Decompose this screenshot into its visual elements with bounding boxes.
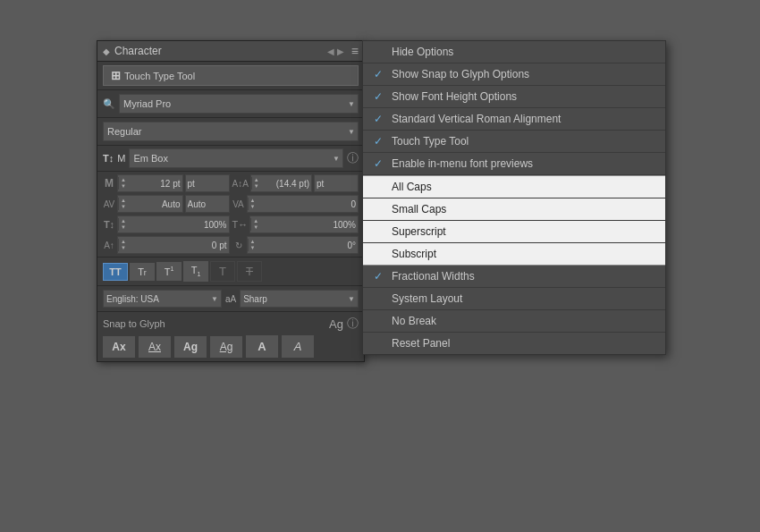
panel-title-left: ◆ Character xyxy=(103,45,162,57)
menu-item-font-height[interactable]: ✓ Show Font Height Options xyxy=(363,86,665,108)
font-size-input[interactable] xyxy=(128,179,182,189)
menu-item-fractional-widths[interactable]: ✓ Fractional Widths xyxy=(363,266,665,288)
rotate-up[interactable]: ▲ xyxy=(249,239,258,245)
kern-select[interactable]: Auto xyxy=(185,195,230,213)
vscale-input[interactable] xyxy=(260,220,358,230)
smallcaps-button[interactable]: Tr xyxy=(130,263,155,281)
language-select[interactable]: English: USA xyxy=(103,290,222,308)
menu-item-no-break[interactable]: No Break xyxy=(363,310,665,333)
menu-item-label: All Caps xyxy=(392,181,432,193)
menu-item-superscript[interactable]: Superscript xyxy=(363,221,665,243)
type-style-buttons: TT Tr T1 T1 T T xyxy=(97,258,364,286)
allcaps-button[interactable]: TT xyxy=(103,263,128,281)
snap-icon-4[interactable]: Ag xyxy=(210,336,242,358)
font-name-select[interactable]: Myriad Pro xyxy=(119,94,359,114)
baseline-input[interactable] xyxy=(128,241,229,250)
touch-type-button[interactable]: ⊞ Touch Type Tool xyxy=(103,65,359,86)
menu-item-label: Show Snap to Glyph Options xyxy=(392,68,529,80)
baseline-row: A↑ ▲ ▼ xyxy=(103,236,230,254)
vscale-spinners: ▲ ▼ xyxy=(250,218,260,231)
font-name-row: 🔍 Myriad Pro ▼ xyxy=(103,94,359,114)
size-down[interactable]: ▼ xyxy=(119,183,128,190)
hscale-up[interactable]: ▲ xyxy=(119,218,128,224)
menu-item-hide-options[interactable]: Hide Options xyxy=(363,41,665,63)
menu-item-system-layout[interactable]: System Layout xyxy=(363,288,665,310)
antialiasing-select[interactable]: Sharp xyxy=(240,290,359,308)
leading-up[interactable]: ▲ xyxy=(252,177,261,183)
size-up[interactable]: ▲ xyxy=(119,177,128,183)
baseline-spinners: ▲ ▼ xyxy=(118,239,128,251)
collapse-buttons[interactable]: ◀ ▶ xyxy=(327,46,344,56)
tracking-spinners: ▲ ▼ xyxy=(248,198,258,210)
baseline-up[interactable]: ▲ xyxy=(119,239,128,245)
leading-unit-select[interactable]: pt xyxy=(314,174,359,192)
menu-item-label: Touch Type Tool xyxy=(392,135,469,148)
rotate-input-group: ▲ ▼ xyxy=(247,236,359,254)
kern-row: AV ▲ ▼ Auto xyxy=(103,195,230,213)
rotate-down[interactable]: ▼ xyxy=(249,245,258,251)
kern-input[interactable] xyxy=(128,199,182,209)
menu-item-label: Hide Options xyxy=(392,46,453,58)
snap-icon-5[interactable]: A xyxy=(246,335,278,358)
check-icon: ✓ xyxy=(374,68,383,80)
snap-icon-1[interactable]: Ax xyxy=(103,336,135,358)
font-style-wrap: Regular ▼ xyxy=(103,122,359,141)
info-icon[interactable]: ⓘ xyxy=(347,150,359,166)
kern-icon: AV xyxy=(103,199,115,209)
underline-button[interactable]: T xyxy=(210,261,235,282)
vscale-input-group: ▲ ▼ xyxy=(249,215,359,233)
kern-spinners: ▲ ▼ xyxy=(118,198,128,210)
font-style-row: Regular ▼ xyxy=(103,122,359,141)
kern-up[interactable]: ▲ xyxy=(119,198,128,204)
snap-info-icon[interactable]: ⓘ xyxy=(347,316,359,332)
menu-item-subscript[interactable]: Subscript xyxy=(363,243,665,265)
size-unit-select[interactable]: pt xyxy=(185,174,230,192)
hscale-icon: T↕ xyxy=(103,219,115,230)
rotate-input[interactable] xyxy=(257,241,358,250)
snap-to-glyph-label: Snap to Glyph xyxy=(103,318,165,329)
vscale-up[interactable]: ▲ xyxy=(251,218,260,224)
em-box-row: T↕ M Em Box ▼ ⓘ xyxy=(97,146,364,172)
leading-row: A↕A ▲ ▼ pt xyxy=(232,174,359,192)
menu-item-all-caps[interactable]: All Caps xyxy=(363,176,665,198)
strikethrough-button[interactable]: T xyxy=(237,261,262,282)
panel-menu-button[interactable]: ≡ xyxy=(351,45,359,57)
snap-icon-6[interactable]: A xyxy=(282,335,314,358)
font-size-input-group: ▲ ▼ xyxy=(117,174,183,192)
menu-item-vertical-roman[interactable]: ✓ Standard Vertical Roman Alignment xyxy=(363,108,665,131)
menu-item-snap-glyph[interactable]: ✓ Show Snap to Glyph Options xyxy=(363,63,665,86)
baseline-down[interactable]: ▼ xyxy=(119,245,128,251)
language-row: English: USA ▼ aA Sharp ▼ xyxy=(97,286,364,312)
diamond-icon: ◆ xyxy=(103,46,110,56)
menu-item-label: Reset Panel xyxy=(392,337,450,350)
superscript-button[interactable]: T1 xyxy=(156,262,182,281)
language-wrap: English: USA ▼ xyxy=(103,290,222,308)
panel-titlebar: ◆ Character ◀ ▶ ≡ xyxy=(97,41,364,62)
snap-icon-3[interactable]: Ag xyxy=(174,336,207,358)
tracking-input[interactable] xyxy=(257,199,358,209)
kern-down[interactable]: ▼ xyxy=(119,204,128,210)
panel-title: Character xyxy=(114,45,162,57)
tracking-up[interactable]: ▲ xyxy=(249,198,258,204)
hscale-down[interactable]: ▼ xyxy=(119,224,128,231)
menu-item-reset-panel[interactable]: Reset Panel xyxy=(363,333,665,354)
rotate-icon: ↻ xyxy=(232,241,245,250)
menu-item-font-previews[interactable]: ✓ Enable in-menu font previews xyxy=(363,153,665,175)
tracking-down[interactable]: ▼ xyxy=(249,204,258,210)
leading-input[interactable] xyxy=(261,179,311,189)
snap-label-row: Snap to Glyph Ag ⓘ xyxy=(103,316,359,332)
vscale-down[interactable]: ▼ xyxy=(251,224,260,231)
subscript-button[interactable]: T1 xyxy=(183,261,208,281)
baseline-input-group: ▲ ▼ xyxy=(117,236,230,254)
leading-down[interactable]: ▼ xyxy=(252,183,261,190)
font-style-select[interactable]: Regular xyxy=(103,122,359,141)
em-box-select[interactable]: Em Box xyxy=(129,148,343,168)
leading-icon: A↕A xyxy=(232,179,249,189)
menu-item-small-caps[interactable]: Small Caps xyxy=(363,198,665,221)
snap-icon-2[interactable]: Ax xyxy=(139,336,171,358)
hscale-row: T↕ ▲ ▼ xyxy=(103,215,230,233)
check-icon: ✓ xyxy=(374,135,383,148)
dropdown-menu: Hide Options ✓ Show Snap to Glyph Option… xyxy=(362,40,666,355)
menu-item-touch-type[interactable]: ✓ Touch Type Tool xyxy=(363,131,665,153)
hscale-input[interactable] xyxy=(128,220,229,230)
